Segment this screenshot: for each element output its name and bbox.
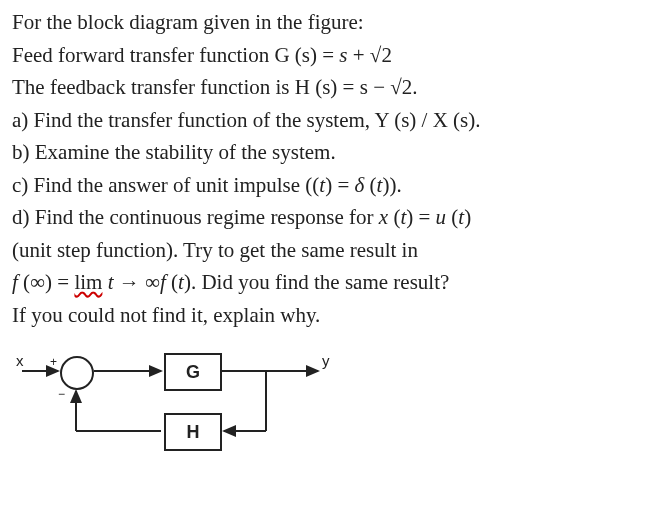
l9b: (∞) = <box>18 270 75 294</box>
l2c: + √2 <box>348 43 392 67</box>
line-3: The feedback transfer function is H (s) … <box>12 71 638 104</box>
line-2: Feed forward transfer function G (s) = s… <box>12 39 638 72</box>
line-1: For the block diagram given in the figur… <box>12 6 638 39</box>
plus-sign: + <box>50 353 57 372</box>
l6a: c) Find the answer of unit impulse (( <box>12 173 319 197</box>
line-7: d) Find the continuous regime response f… <box>12 201 638 234</box>
block-diagram: G H x y + − <box>16 341 366 461</box>
line-6: c) Find the answer of unit impulse ((t) … <box>12 169 638 202</box>
l2a: Feed forward transfer function G (s) = <box>12 43 339 67</box>
line-8: (unit step function). Try to get the sam… <box>12 234 638 267</box>
line-5: b) Examine the stability of the system. <box>12 136 638 169</box>
line-9: f (∞) = lim t → ∞f (t). Did you find the… <box>12 266 638 299</box>
line-4: a) Find the transfer function of the sys… <box>12 104 638 137</box>
l7b: x <box>379 205 388 229</box>
l7i: ) <box>464 205 471 229</box>
g-block: G <box>164 353 222 391</box>
l6g: )). <box>382 173 401 197</box>
h-block: H <box>164 413 222 451</box>
minus-sign: − <box>58 385 65 404</box>
l6e: ( <box>364 173 376 197</box>
problem-text: For the block diagram given in the figur… <box>0 0 650 469</box>
l6d: δ <box>355 173 365 197</box>
l9h: ( <box>166 270 178 294</box>
l6c: ) = <box>325 173 354 197</box>
line-10: If you could not find it, explain why. <box>12 299 638 332</box>
l7c: ( <box>388 205 400 229</box>
y-label: y <box>322 349 330 372</box>
l9f: → ∞ <box>114 270 160 294</box>
l7e: ) = <box>406 205 435 229</box>
x-label: x <box>16 349 24 372</box>
l7f: u <box>436 205 447 229</box>
l9c: lim <box>74 270 102 294</box>
l9j: ). Did you find the same result? <box>184 270 449 294</box>
l2b: s <box>339 43 347 67</box>
l7a: d) Find the continuous regime response f… <box>12 205 379 229</box>
l7g: ( <box>446 205 458 229</box>
